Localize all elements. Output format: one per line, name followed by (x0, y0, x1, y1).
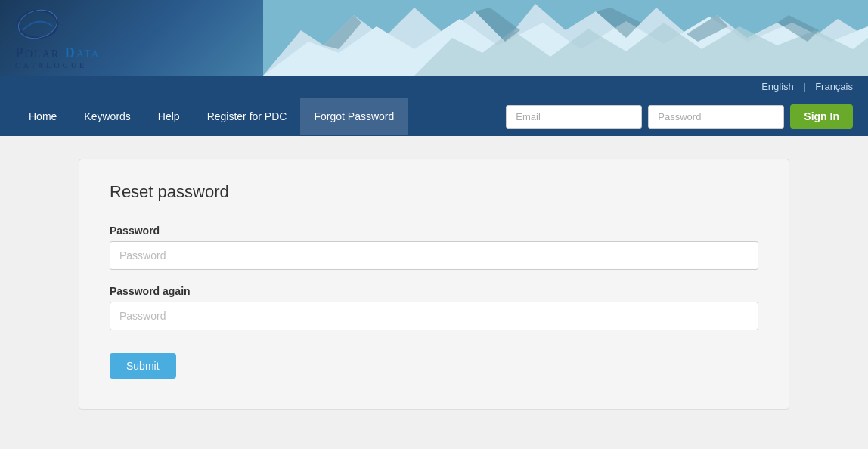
nav-keywords[interactable]: Keywords (70, 98, 144, 135)
nav-home[interactable]: Home (15, 98, 70, 135)
password-input[interactable] (648, 105, 784, 129)
signin-button[interactable]: Sign In (790, 104, 853, 129)
logo-name: POLAR DATA (15, 45, 101, 61)
header-banner: POLAR DATA Catalogue (0, 0, 868, 76)
francais-link[interactable]: Français (815, 81, 853, 92)
reset-title: Reset password (110, 182, 758, 202)
logo-catalogue: Catalogue (15, 61, 87, 70)
password-again-label: Password again (110, 285, 758, 297)
nav-help[interactable]: Help (144, 98, 194, 135)
logo-icon (15, 8, 60, 45)
reset-card: Reset password Password Password again S… (79, 159, 789, 410)
logo: POLAR DATA Catalogue (15, 8, 101, 70)
glacier-svg (263, 0, 868, 76)
password-group: Password (110, 224, 758, 270)
lang-separator: | (803, 81, 805, 92)
password-label: Password (110, 224, 758, 237)
navbar: Home Keywords Help Register for PDC Forg… (0, 97, 868, 136)
login-area: Sign In (506, 97, 853, 136)
english-link[interactable]: English (761, 81, 794, 92)
email-input[interactable] (506, 105, 642, 129)
password-again-group: Password again (110, 285, 758, 330)
nav-links: Home Keywords Help Register for PDC Forg… (15, 98, 408, 135)
svg-point-9 (18, 11, 57, 38)
confirm-password-input[interactable] (110, 302, 758, 330)
language-bar: English | Français (0, 76, 868, 97)
nav-register[interactable]: Register for PDC (194, 98, 301, 135)
main-content: Reset password Password Password again S… (0, 136, 868, 432)
submit-button[interactable]: Submit (110, 353, 176, 379)
nav-forgot-password[interactable]: Forgot Password (300, 98, 408, 135)
new-password-input[interactable] (110, 241, 758, 270)
logo-polar: POLAR DATA (15, 45, 101, 60)
logo-data-text: DATA (60, 45, 101, 60)
